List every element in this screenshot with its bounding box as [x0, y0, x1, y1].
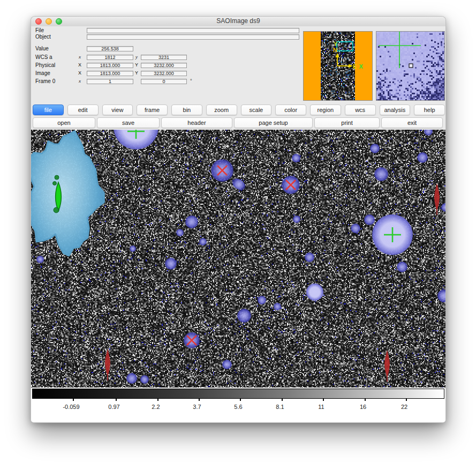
ds9-window: SAOImage ds9 File Object Value 256.538 W… [31, 16, 446, 423]
colorbar-tick [323, 398, 324, 401]
green-cross-marker[interactable] [384, 227, 401, 242]
compass-label-n: N [333, 47, 337, 53]
minimize-button[interactable] [46, 18, 52, 25]
object-label: Object [35, 34, 51, 40]
colorbar-value: 5.6 [234, 404, 242, 410]
red-diamond-marker[interactable] [434, 183, 440, 215]
exit-button[interactable]: exit [381, 117, 443, 128]
colorbar-value: 2.2 [152, 404, 160, 410]
colorbar-value: 11 [318, 404, 324, 410]
header-button[interactable]: header [161, 117, 232, 128]
magnifier-cursor-square [409, 64, 413, 68]
menu-bin[interactable]: bin [171, 105, 202, 115]
frame-zoom-field: 1 [87, 79, 133, 84]
physical-label: Physical [35, 62, 55, 68]
colorbar-value: 8.1 [276, 404, 284, 410]
red-x-marker[interactable] [217, 166, 227, 175]
physical-x-label: X [77, 62, 83, 68]
colorbar-value: 16 [360, 404, 366, 410]
magnifier[interactable] [376, 31, 445, 101]
menu-color[interactable]: color [275, 105, 306, 115]
colorbar-value: -0.059 [63, 404, 79, 410]
image-display[interactable] [31, 130, 446, 388]
colorbar-tick [73, 398, 74, 401]
menu-button-row: file edit view frame bin zoom scale colo… [33, 105, 445, 115]
colorbar-tick [240, 398, 241, 401]
compass-y-arrowhead [336, 53, 339, 57]
object-field [87, 34, 299, 40]
colorbar-tick [116, 398, 117, 401]
image-coord-label: Image [35, 70, 50, 76]
frame-label: Frame 0 [35, 78, 55, 84]
physical-x-field: 1813.000 [87, 63, 133, 68]
colorbar-tick [365, 398, 366, 401]
red-x-marker[interactable] [286, 180, 296, 190]
menu-scale[interactable]: scale [241, 105, 272, 115]
zoom-button[interactable] [56, 18, 62, 25]
menu-region[interactable]: region [310, 105, 341, 115]
colorbar-value: 3.7 [193, 404, 201, 410]
desktop: SAOImage ds9 File Object Value 256.538 W… [0, 0, 476, 462]
colorbar-tick [157, 398, 158, 401]
menu-zoom[interactable]: zoom [206, 105, 237, 115]
red-diamond-marker[interactable] [105, 349, 110, 381]
colorbar-tick [199, 398, 200, 401]
image-y-field: 3232.000 [141, 71, 187, 76]
command-button-row: open save header page setup print exit [33, 117, 445, 128]
menu-frame[interactable]: frame [137, 105, 168, 115]
menu-view[interactable]: view [102, 105, 133, 115]
red-diamond-marker[interactable] [384, 350, 390, 382]
panner-viewport-rect[interactable] [337, 42, 353, 51]
menu-wcs[interactable]: wcs [345, 105, 376, 115]
colorbar-value: 22 [401, 404, 407, 410]
wcs-y-field: 3231 [141, 55, 187, 60]
colorbar-panel: -0.059 0.97 2.2 3.7 5.6 8.1 11 16 22 [31, 388, 446, 423]
image-x-field: 1813.000 [87, 71, 133, 76]
window-titlebar[interactable]: SAOImage ds9 [31, 17, 445, 27]
print-button[interactable]: print [314, 117, 380, 128]
panner-compass: Y N E X [304, 32, 372, 100]
wcs-x-field: 1812 [87, 55, 133, 60]
open-button[interactable]: open [33, 117, 95, 128]
region-markers [31, 130, 446, 388]
physical-y-field: 3232.000 [141, 63, 187, 68]
file-field [87, 28, 299, 33]
frame-angle-field: 0 [141, 79, 187, 84]
file-label: File [35, 27, 44, 33]
compass-label-e: E [353, 63, 357, 70]
menu-analysis[interactable]: analysis [380, 105, 411, 115]
wcs-x-label: x [77, 54, 83, 60]
colorbar-tick [406, 398, 407, 401]
wcs-label: WCS a [35, 54, 52, 60]
info-panel: File Object Value 256.538 WCS a x 1812 y… [31, 26, 445, 104]
colorbar-tick [282, 398, 283, 401]
green-cross-marker[interactable] [127, 130, 145, 139]
menu-edit[interactable]: edit [67, 105, 99, 115]
colorbar[interactable] [32, 389, 444, 399]
wcs-y-label: y [133, 54, 140, 60]
frame-x-label: x [77, 78, 83, 84]
save-button[interactable]: save [97, 117, 160, 128]
window-title: SAOImage ds9 [31, 17, 445, 26]
value-label: Value [35, 46, 49, 51]
magnifier-overlay [376, 32, 444, 100]
degree-symbol: ° [190, 78, 192, 84]
page-setup-button[interactable]: page setup [234, 117, 313, 128]
compass-label-x: X [359, 63, 364, 70]
compass-x-arrowhead [349, 64, 353, 68]
image-x-label: X [77, 70, 83, 76]
close-button[interactable] [35, 18, 42, 25]
colorbar-value: 0.97 [108, 404, 119, 410]
image-y-label: Y [133, 70, 140, 76]
physical-y-label: Y [133, 62, 140, 68]
value-field: 256.538 [87, 46, 133, 51]
red-x-marker[interactable] [187, 336, 197, 345]
menu-file[interactable]: file [33, 105, 64, 115]
panner[interactable]: Y N E X [303, 31, 373, 101]
menu-help[interactable]: help [414, 105, 445, 115]
